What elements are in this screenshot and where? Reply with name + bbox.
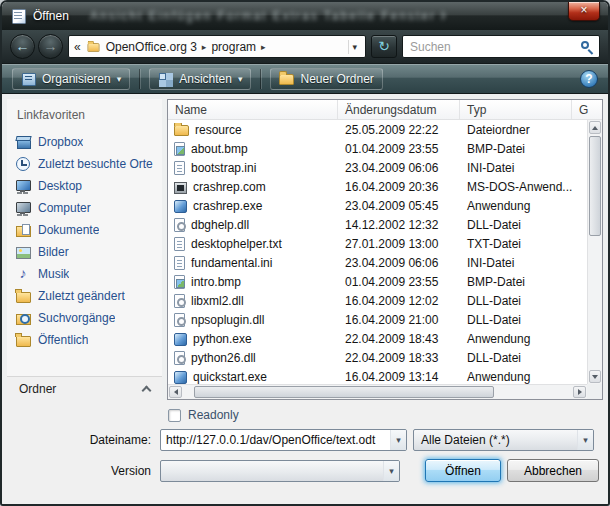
horizontal-scrollbar[interactable] (168, 384, 587, 399)
table-row[interactable]: intro.bmp 01.04.2009 23:55 BMP-Datei (168, 272, 587, 291)
search-box[interactable] (402, 35, 600, 58)
favorites-header: Linkfavoriten (7, 105, 162, 131)
back-button[interactable]: ← (10, 34, 35, 59)
help-button[interactable]: ? (580, 70, 598, 88)
close-icon: × (580, 3, 587, 17)
table-row[interactable]: libxml2.dll 16.04.2009 12:02 DLL-Datei (168, 291, 587, 310)
table-row[interactable]: dbghelp.dll 14.12.2002 12:32 DLL-Datei (168, 215, 587, 234)
sidebar-item-computer[interactable]: Computer (7, 197, 162, 219)
bmp-file-icon (174, 142, 185, 156)
sidebar-item-documents[interactable]: Dokumente (7, 219, 162, 241)
vertical-scroll-thumb[interactable] (589, 136, 601, 236)
version-dropdown-icon: ▾ (383, 461, 399, 481)
sidebar-item-public[interactable]: Öffentlich (7, 329, 162, 351)
search-icon (581, 41, 589, 49)
file-date: 22.04.2009 18:43 (338, 332, 460, 346)
toolbar-separator (260, 69, 261, 89)
public-icon (15, 332, 31, 348)
file-name: quickstart.exe (193, 370, 267, 384)
filetype-dropdown-icon: ▾ (577, 430, 593, 450)
sidebar-item-pictures[interactable]: Bilder (7, 241, 162, 263)
breadcrumb[interactable]: « OpenOffice.org 3 ▸ program ▸ ▾ (68, 35, 366, 58)
organize-button[interactable]: Organisieren ▾ (12, 68, 130, 90)
file-date: 16.04.2009 20:36 (338, 180, 460, 194)
cancel-button[interactable]: Abbrechen (507, 459, 599, 482)
new-folder-button[interactable]: Neuer Ordner (270, 68, 382, 90)
music-icon: ♪ (15, 266, 31, 282)
sidebar-item-music[interactable]: ♪ Musik (7, 263, 162, 285)
sidebar-item-searches[interactable]: Suchvorgänge (7, 307, 162, 329)
breadcrumb-item-openoffice[interactable]: OpenOffice.org 3 (106, 40, 197, 54)
folders-bar[interactable]: Ordner (7, 376, 162, 400)
title-bar[interactable]: Öffnen Ansicht Einfügen Format Extras Ta… (2, 2, 608, 30)
search-input[interactable] (410, 40, 575, 54)
close-button[interactable]: × (568, 2, 600, 21)
sidebar-item-label: Zuletzt besuchte Orte (38, 157, 153, 171)
column-header-type[interactable]: Typ (460, 100, 572, 119)
dialog-icon (12, 9, 26, 24)
table-row[interactable]: fundamental.ini 23.04.2009 06:06 INI-Dat… (168, 253, 587, 272)
table-row[interactable]: python26.dll 22.04.2009 18:33 DLL-Datei (168, 348, 587, 367)
vertical-scrollbar[interactable] (587, 120, 602, 384)
sidebar-item-desktop[interactable]: Desktop (7, 175, 162, 197)
file-type: BMP-Datei (460, 275, 572, 289)
breadcrumb-item-program[interactable]: program (211, 40, 256, 54)
computer-icon (15, 200, 31, 216)
main-area: Linkfavoriten Dropbox Zuletzt besuchte O… (2, 94, 608, 400)
readonly-checkbox[interactable] (168, 409, 181, 422)
file-rows: resource 25.05.2009 22:22 Dateiordner ab… (168, 120, 587, 384)
table-row[interactable]: crashrep.exe 23.04.2009 05:45 Anwendung (168, 196, 587, 215)
breadcrumb-collapsed-chevrons[interactable]: « (74, 40, 81, 54)
filename-combobox[interactable]: ▾ (160, 429, 407, 451)
file-name: npsoplugin.dll (191, 313, 264, 327)
scroll-left-button[interactable] (169, 386, 182, 398)
readonly-label: Readonly (188, 408, 239, 422)
views-button[interactable]: Ansichten ▾ (149, 68, 251, 90)
sidebar-item-recently-changed[interactable]: Zuletzt geändert (7, 285, 162, 307)
table-row[interactable]: python.exe 22.04.2009 18:43 Anwendung (168, 329, 587, 348)
sidebar-item-label: Desktop (38, 179, 82, 193)
breadcrumb-separator-icon[interactable]: ▸ (202, 42, 207, 52)
sidebar-item-dropbox[interactable]: Dropbox (7, 131, 162, 153)
scrollbar-corner (587, 384, 602, 399)
open-button[interactable]: Öffnen (425, 459, 501, 482)
new-folder-icon (279, 74, 294, 85)
table-row[interactable]: desktophelper.txt 27.01.2009 13:00 TXT-D… (168, 234, 587, 253)
column-header-modified[interactable]: Änderungsdatum (338, 100, 460, 119)
table-row[interactable]: resource 25.05.2009 22:22 Dateiordner (168, 120, 587, 139)
column-header-name[interactable]: Name (168, 100, 338, 119)
breadcrumb-separator-icon[interactable]: ▸ (261, 42, 266, 52)
version-select[interactable]: ▾ (160, 460, 400, 482)
table-row[interactable]: npsoplugin.dll 16.04.2009 21:00 DLL-Date… (168, 310, 587, 329)
scroll-down-button[interactable] (589, 370, 601, 383)
file-date: 23.04.2009 06:06 (338, 256, 460, 270)
file-name: python.exe (193, 332, 252, 346)
dll-file-icon (174, 294, 185, 308)
views-icon (158, 72, 173, 86)
filetype-value: Alle Dateien (*.*) (414, 430, 510, 450)
application-icon (174, 371, 187, 384)
table-row[interactable]: bootstrap.ini 23.04.2009 06:06 INI-Datei (168, 158, 587, 177)
ini-file-icon (174, 256, 185, 270)
table-row[interactable]: about.bmp 01.04.2009 23:55 BMP-Datei (168, 139, 587, 158)
file-date: 14.12.2002 12:32 (338, 218, 460, 232)
scroll-up-button[interactable] (589, 121, 601, 134)
refresh-button[interactable]: ↻ (371, 35, 397, 58)
filename-dropdown-icon[interactable]: ▾ (390, 430, 406, 450)
searches-icon (15, 310, 31, 326)
filetype-select[interactable]: Alle Dateien (*.*) ▾ (413, 429, 594, 451)
chevron-down-icon: ▾ (117, 74, 122, 84)
scroll-right-button[interactable] (573, 386, 586, 398)
command-toolbar: Organisieren ▾ Ansichten ▾ Neuer Ordner … (2, 64, 608, 94)
triangle-up-icon (592, 126, 598, 130)
file-date: 27.01.2009 13:00 (338, 237, 460, 251)
table-row[interactable]: crashrep.com 16.04.2009 20:36 MS-DOS-Anw… (168, 177, 587, 196)
filename-input[interactable] (161, 430, 390, 450)
horizontal-scroll-thumb[interactable] (194, 386, 494, 398)
column-header-size[interactable]: G (572, 100, 602, 119)
folders-label: Ordner (19, 382, 56, 396)
address-dropdown-icon[interactable]: ▾ (348, 40, 360, 54)
forward-button[interactable]: → (38, 34, 63, 59)
sidebar-item-recent-places[interactable]: Zuletzt besuchte Orte (7, 153, 162, 175)
table-row[interactable]: quickstart.exe 16.04.2009 13:14 Anwendun… (168, 367, 587, 384)
